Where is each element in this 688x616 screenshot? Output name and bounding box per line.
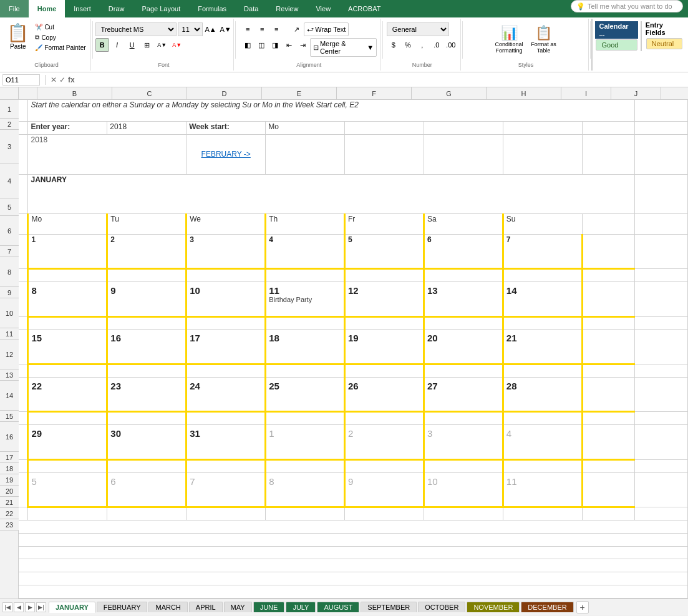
cell-b3[interactable]: 2018 <box>28 135 187 175</box>
cell-g17[interactable] <box>424 507 503 521</box>
cell-j12[interactable] <box>635 377 688 412</box>
row-header-3[interactable]: 3 <box>0 130 19 164</box>
cell-h10[interactable]: 21 <box>503 330 582 364</box>
cell-a12[interactable] <box>19 377 28 412</box>
cell-f2[interactable] <box>345 122 424 135</box>
cell-b2[interactable]: Enter year: <box>28 122 107 135</box>
cell-h7[interactable] <box>503 269 582 282</box>
cell-j6[interactable] <box>635 234 688 269</box>
cell-g10[interactable]: 20 <box>424 330 503 364</box>
cell-i10[interactable] <box>582 330 635 364</box>
tab-data[interactable]: Data <box>235 0 267 17</box>
cell-f9[interactable] <box>345 316 424 330</box>
cell-f10[interactable]: 19 <box>345 330 424 364</box>
cell-b11[interactable] <box>28 364 107 378</box>
cell-h15[interactable] <box>503 459 582 472</box>
cell-j8[interactable] <box>635 282 688 317</box>
tab-acrobat[interactable]: ACROBAT <box>339 0 389 17</box>
cell-h16[interactable]: 11 <box>503 472 582 507</box>
cell-g3[interactable] <box>424 135 503 175</box>
copy-button[interactable]: ⧉ Copy <box>32 32 88 42</box>
decrease-decimal[interactable]: .0 <box>430 38 443 52</box>
cell-i14[interactable] <box>582 425 635 460</box>
cell-b9[interactable] <box>28 316 107 330</box>
tab-june[interactable]: JUNE <box>253 602 285 612</box>
cell-c12[interactable]: 23 <box>107 377 187 412</box>
format-as-table-button[interactable]: 📋 Format asTable <box>528 22 560 56</box>
cell-c16[interactable]: 6 <box>107 472 187 507</box>
cell-d3[interactable]: FEBRUARY -> <box>187 135 266 175</box>
cell-reference-input[interactable] <box>2 74 40 86</box>
cell-d5[interactable]: We <box>187 214 266 234</box>
cell-f16[interactable]: 9 <box>345 472 424 507</box>
cell-e13[interactable] <box>266 412 345 425</box>
row-header-14[interactable]: 14 <box>0 381 19 411</box>
cell-j13[interactable] <box>635 412 688 425</box>
insert-function-icon[interactable]: fx <box>68 76 75 84</box>
cell-g13[interactable] <box>424 412 503 425</box>
col-header-e[interactable]: E <box>262 87 337 99</box>
cell-c11[interactable] <box>107 364 187 378</box>
row-header-2[interactable]: 2 <box>0 119 19 130</box>
row-header-19[interactable]: 19 <box>0 474 19 486</box>
cell-c7[interactable] <box>107 269 187 282</box>
feb-link[interactable]: FEBRUARY -> <box>201 150 251 159</box>
cell-c13[interactable] <box>107 412 187 425</box>
conditional-formatting-button[interactable]: 📊 ConditionalFormatting <box>493 22 526 56</box>
row-header-9[interactable]: 9 <box>0 287 19 298</box>
formula-input[interactable] <box>77 76 686 84</box>
cell-e7[interactable] <box>266 269 345 282</box>
cell-c6[interactable]: 2 <box>107 234 187 269</box>
tab-formulas[interactable]: Formulas <box>189 0 235 17</box>
cell-g6[interactable]: 6 <box>424 234 503 269</box>
cell-c8[interactable]: 9 <box>107 282 187 317</box>
row-header-15[interactable]: 15 <box>0 411 19 422</box>
cell-d6[interactable]: 3 <box>187 234 266 269</box>
cell-a6[interactable] <box>19 234 28 269</box>
cell-b8[interactable]: 8 <box>28 282 107 317</box>
col-header-c[interactable]: C <box>112 87 187 99</box>
cell-i6[interactable] <box>582 234 635 269</box>
cell-row19[interactable] <box>19 533 687 546</box>
cell-b1[interactable]: Start the calendar on either a Sunday or… <box>28 100 635 122</box>
cell-e8[interactable]: 11 Birthday Party <box>266 282 345 317</box>
row-header-1[interactable]: 1 <box>0 100 19 119</box>
cell-f12[interactable]: 26 <box>345 377 424 412</box>
italic-button[interactable]: I <box>110 38 124 52</box>
merge-center-button[interactable]: ⊡ Merge & Center ▼ <box>310 38 377 57</box>
cell-f15[interactable] <box>345 459 424 472</box>
format-painter-button[interactable]: 🖌️ Format Painter <box>32 43 88 52</box>
tab-nav-first[interactable]: |◀ <box>2 602 12 612</box>
angle-text[interactable]: ↗ <box>289 22 303 36</box>
cell-b12[interactable]: 22 <box>28 377 107 412</box>
align-left[interactable]: ◧ <box>241 38 254 52</box>
cell-d11[interactable] <box>187 364 266 378</box>
cell-i13[interactable] <box>582 412 635 425</box>
cell-h6[interactable]: 7 <box>503 234 582 269</box>
cell-a9[interactable] <box>19 316 28 330</box>
cell-b14[interactable]: 29 <box>28 425 107 460</box>
cell-e14[interactable]: 1 <box>266 425 345 460</box>
cell-f6[interactable]: 5 <box>345 234 424 269</box>
row-header-8[interactable]: 8 <box>0 257 19 287</box>
cell-c17[interactable] <box>107 507 187 521</box>
cell-row21[interactable] <box>19 559 687 572</box>
cell-a7[interactable] <box>19 269 28 282</box>
cell-g8[interactable]: 13 <box>424 282 503 317</box>
cell-e15[interactable] <box>266 459 345 472</box>
tab-october[interactable]: OCTOBER <box>418 602 465 612</box>
col-header-d[interactable]: D <box>187 87 262 99</box>
cell-h11[interactable] <box>503 364 582 378</box>
cell-e5[interactable]: Th <box>266 214 345 234</box>
cell-a13[interactable] <box>19 412 28 425</box>
cell-d7[interactable] <box>187 269 266 282</box>
number-format-select[interactable]: General <box>387 22 449 36</box>
cell-j5[interactable] <box>635 214 688 234</box>
cell-j7[interactable] <box>635 269 688 282</box>
cancel-formula-icon[interactable]: ✕ <box>51 76 57 84</box>
row-header-23[interactable]: 23 <box>0 519 19 530</box>
cell-j15[interactable] <box>635 459 688 472</box>
tab-september[interactable]: SEPTEMBER <box>361 602 417 612</box>
cell-b17[interactable] <box>28 507 107 521</box>
cell-c9[interactable] <box>107 316 187 330</box>
